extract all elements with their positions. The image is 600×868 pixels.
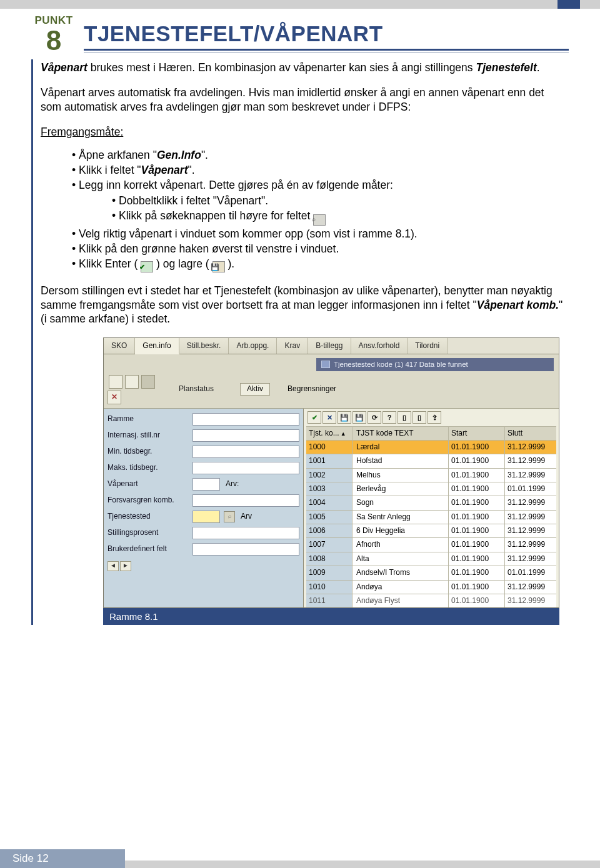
table-row[interactable]: 10066 Div Heggelia01.01.190031.12.9999	[306, 524, 556, 537]
status-icon	[321, 361, 330, 368]
cell-end: 01.01.1999	[505, 566, 556, 579]
tab-sko[interactable]: SKO	[104, 338, 135, 354]
close-icon[interactable]: ✕	[322, 411, 336, 424]
cell-start: 01.01.1900	[449, 524, 505, 537]
table-row[interactable]: 1010Andøya01.01.190031.12.9999	[306, 580, 556, 594]
scroll-arrow-icon[interactable]: ►	[120, 561, 131, 571]
col-start[interactable]: Start	[449, 427, 505, 440]
save-icon: 💾	[212, 261, 225, 272]
save2-icon[interactable]: 💾	[352, 411, 366, 424]
cell-code: 1010	[306, 581, 352, 594]
table-row[interactable]: 1003Berlevåg01.01.190001.01.1999	[306, 482, 556, 496]
cell-end: 31.12.9999	[505, 552, 556, 566]
intro-paragraph: Våpenart brukes mest i Hæren. En kombina…	[41, 61, 564, 74]
cell-text: Andøya	[352, 581, 449, 594]
col-code[interactable]: Tjst. ko...▲	[306, 427, 352, 440]
cancel-icon[interactable]: ✕	[108, 391, 121, 404]
page1-icon[interactable]: ▯	[398, 411, 411, 424]
export-icon[interactable]: ⇪	[428, 411, 441, 424]
cell-code: 1000	[306, 441, 352, 454]
form-row: Min. tidsbegr.	[108, 444, 299, 460]
table-row[interactable]: 1009Andselv/I Troms01.01.190001.01.1999	[306, 566, 556, 579]
paragraph-2: Våpenart arves automatisk fra avdelingen…	[41, 86, 564, 114]
field-label: Internasj. still.nr	[108, 431, 189, 440]
cell-text: 6 Div Heggelia	[352, 524, 449, 537]
status-bar: Tjenestested kode (1) 417 Data ble funne…	[316, 358, 554, 371]
trash-icon[interactable]	[141, 375, 155, 389]
step-2: • Klikk i feltet "Våpenart".	[41, 163, 564, 177]
planstatus-value: Aktiv	[240, 383, 270, 395]
tab-still-beskr-[interactable]: Still.beskr.	[179, 338, 229, 354]
cell-start: 01.01.1900	[449, 511, 505, 524]
vapenart-field[interactable]	[192, 478, 220, 491]
page-copy-icon[interactable]	[125, 375, 139, 389]
refresh-icon[interactable]: ⟳	[368, 411, 381, 424]
field-label: Stillingsprosent	[108, 528, 189, 537]
text-field[interactable]	[192, 494, 299, 507]
cell-text: Melhus	[352, 469, 449, 482]
cell-code: 1006	[306, 524, 352, 537]
page-title: TJENESTEFELT/VÅPENART	[84, 14, 569, 46]
cell-end: 31.12.9999	[505, 511, 556, 524]
cell-start: 01.01.1900	[449, 469, 505, 482]
form-row: Tjenestested⌕Arv	[108, 509, 299, 525]
table-row[interactable]: 1001Hofstad01.01.190031.12.9999	[306, 454, 556, 467]
cell-start: 01.01.1900	[449, 552, 505, 566]
grid-header: Tjst. ko...▲ TJST kode TEXT Start Slutt	[306, 426, 556, 440]
tab-arb-oppg-[interactable]: Arb.oppg.	[229, 338, 277, 354]
footer-strip	[125, 861, 600, 868]
tab-gen-info[interactable]: Gen.info	[135, 338, 179, 354]
text-field[interactable]	[192, 462, 299, 474]
table-row[interactable]: 1002Melhus01.01.190031.12.9999	[306, 468, 556, 482]
field-label: Brukerdefinert felt	[108, 544, 189, 554]
table-row[interactable]: 1004Sogn01.01.190031.12.9999	[306, 496, 556, 509]
page2-icon[interactable]: ▯	[412, 411, 426, 424]
text-field[interactable]	[192, 527, 299, 539]
cell-code: 1009	[306, 566, 352, 579]
cell-code: 1004	[306, 496, 352, 509]
accept-icon[interactable]: ✔	[308, 411, 321, 424]
cell-code: 1007	[306, 538, 352, 551]
cell-end: 31.12.9999	[505, 496, 556, 509]
text-field[interactable]	[192, 543, 299, 556]
cell-code: 1001	[306, 454, 352, 467]
tab-krav[interactable]: Krav	[277, 338, 308, 354]
cell-end: 31.12.9999	[505, 454, 556, 467]
table-row[interactable]: 1008Alta01.01.190031.12.9999	[306, 552, 556, 566]
cell-code: 1011	[306, 594, 352, 607]
cell-start: 01.01.1900	[449, 581, 505, 594]
tjenestested-field[interactable]	[192, 511, 220, 523]
field-label: Våpenart	[108, 479, 189, 489]
tab-tilordni[interactable]: Tilordni	[408, 338, 448, 354]
tab-ansv-forhold[interactable]: Ansv.forhold	[351, 338, 408, 354]
field-label: Forsvarsgren komb.	[108, 496, 189, 505]
col-text[interactable]: TJST kode TEXT	[352, 427, 449, 440]
table-row[interactable]: 1000Lærdal01.01.190031.12.9999	[306, 440, 556, 454]
text-field[interactable]	[192, 446, 299, 458]
lookup-icon[interactable]: ⌕	[224, 511, 235, 522]
figure-caption: Ramme 8.1	[103, 608, 559, 625]
table-row[interactable]: 1007Afnorth01.01.190031.12.9999	[306, 537, 556, 551]
table-row[interactable]: 1005Sa Sentr Anlegg01.01.190031.12.9999	[306, 510, 556, 524]
top-accent	[558, 0, 580, 9]
text-field[interactable]	[192, 413, 299, 426]
lookup-icon: ⌕	[313, 214, 326, 226]
punkt-number: 8	[31, 26, 76, 55]
tab-b-tillegg[interactable]: B-tillegg	[308, 338, 351, 354]
step-4: • Velg riktig våpenart i vinduet som kom…	[41, 227, 564, 241]
form-row: Maks. tidsbegr.	[108, 460, 299, 476]
enter-icon: ✔	[141, 261, 153, 272]
table-row[interactable]: 1011Andøya Flyst01.01.190031.12.9999	[306, 594, 556, 607]
scroll-arrow-icon[interactable]: ◄	[108, 561, 119, 571]
cell-text: Andselv/I Troms	[352, 566, 449, 579]
field-label: Ramme	[108, 414, 189, 424]
cell-start: 01.01.1900	[449, 594, 505, 607]
cell-start: 01.01.1900	[449, 538, 505, 551]
help-icon[interactable]: ?	[382, 411, 396, 424]
page-icon[interactable]	[109, 375, 122, 389]
cell-start: 01.01.1900	[449, 566, 505, 579]
save-btn-icon[interactable]: 💾	[338, 411, 351, 424]
cell-code: 1005	[306, 511, 352, 524]
col-end[interactable]: Slutt	[505, 427, 556, 440]
text-field[interactable]	[192, 429, 299, 442]
